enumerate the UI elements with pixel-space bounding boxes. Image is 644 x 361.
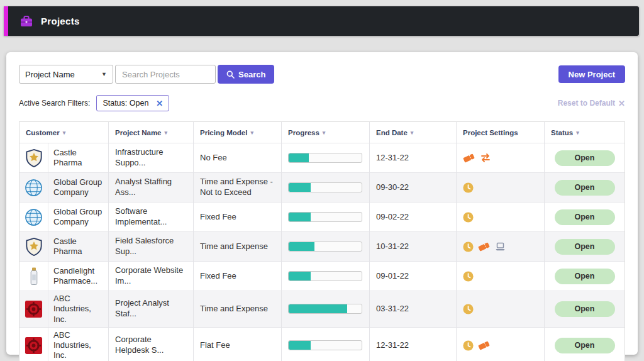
progress-bar-fill bbox=[289, 341, 311, 350]
search-type-dropdown[interactable]: Project Name ▼ bbox=[19, 65, 113, 84]
end-date-cell: 09-02-22 bbox=[370, 203, 457, 231]
column-header-end-date[interactable]: End Date▾ bbox=[370, 122, 457, 143]
chevron-down-icon: ▼ bbox=[101, 71, 107, 77]
column-header-progress[interactable]: Progress▾ bbox=[282, 122, 370, 143]
column-header-project-settings: Project Settings bbox=[457, 122, 545, 143]
pricing-model-cell: No Fee bbox=[194, 143, 282, 172]
progress-bar-fill bbox=[289, 272, 311, 280]
clock-icon[interactable] bbox=[463, 212, 474, 223]
sort-caret-icon: ▾ bbox=[165, 130, 168, 136]
status-badge: Open bbox=[555, 338, 615, 353]
table-body: Castle PharmaInfrastructure Suppo...No F… bbox=[19, 143, 625, 361]
ticket-icon[interactable] bbox=[478, 340, 490, 351]
reset-to-default-link[interactable]: Reset to Default ✕ bbox=[558, 99, 625, 108]
progress-bar-fill bbox=[289, 153, 309, 162]
table-row[interactable]: Castle PharmaInfrastructure Suppo...No F… bbox=[19, 143, 625, 172]
project-settings-cell bbox=[457, 262, 545, 291]
search-input[interactable] bbox=[115, 65, 216, 84]
customer-name: Global Group Company bbox=[48, 175, 108, 201]
app-header: Projects bbox=[4, 6, 639, 36]
progress-bar-fill bbox=[289, 304, 347, 313]
toolbar: Project Name ▼ Search New Project bbox=[19, 65, 625, 84]
swap-arrows-icon[interactable] bbox=[479, 153, 492, 163]
progress-cell bbox=[282, 143, 370, 172]
customer-name: Global Group Company bbox=[48, 204, 108, 230]
status-badge: Open bbox=[555, 269, 615, 284]
column-header-label: Project Name bbox=[115, 129, 162, 136]
table-row[interactable]: Global Group CompanySoftware Implementat… bbox=[19, 202, 625, 231]
column-header-label: Pricing Model bbox=[200, 129, 247, 136]
page-title: Projects bbox=[41, 16, 80, 26]
project-settings-cell bbox=[457, 143, 545, 172]
status-cell: Open bbox=[545, 232, 625, 261]
candlelight-logo bbox=[19, 262, 48, 291]
customer-name: ABC Industries, Inc. bbox=[48, 291, 108, 327]
accent-strip bbox=[4, 6, 8, 36]
column-header-label: Progress bbox=[288, 129, 319, 136]
table-row[interactable]: ABC Industries, Inc.Project Analyst Staf… bbox=[19, 291, 625, 327]
clock-icon[interactable] bbox=[463, 340, 474, 351]
table-row[interactable]: ABC Industries, Inc.Corporate Helpdesk S… bbox=[19, 327, 625, 361]
column-header-status[interactable]: Status▾ bbox=[545, 122, 625, 143]
table-row[interactable]: Global Group CompanyAnalyst Staffing Ass… bbox=[19, 172, 625, 202]
clock-icon[interactable] bbox=[463, 271, 474, 282]
filter-chip-label: Status: Open bbox=[103, 99, 148, 108]
end-date-cell: 03-31-22 bbox=[370, 291, 457, 327]
progress-cell bbox=[282, 262, 370, 291]
progress-cell bbox=[282, 291, 370, 327]
project-settings-cell bbox=[457, 232, 545, 261]
status-badge: Open bbox=[555, 239, 615, 255]
projects-table: Customer▾Project Name▾Pricing Model▾Prog… bbox=[19, 121, 625, 361]
customer-cell: Castle Pharma bbox=[19, 143, 109, 172]
progress-bar bbox=[288, 271, 362, 281]
status-badge: Open bbox=[555, 150, 615, 166]
active-filters-label: Active Search Filters: bbox=[19, 99, 90, 108]
clock-icon[interactable] bbox=[463, 182, 474, 193]
laptop-icon[interactable] bbox=[494, 242, 506, 252]
clock-icon[interactable] bbox=[463, 242, 474, 252]
briefcase-icon bbox=[19, 15, 33, 28]
pricing-model-cell: Flat Fee bbox=[194, 328, 282, 361]
progress-bar bbox=[288, 212, 362, 222]
table-row[interactable]: Candlelight Pharmace...Corporate Website… bbox=[19, 261, 625, 291]
status-cell: Open bbox=[545, 262, 625, 291]
search-button-label: Search bbox=[238, 70, 265, 79]
project-name-cell: Corporate Helpdesk S... bbox=[109, 328, 194, 361]
sort-caret-icon: ▾ bbox=[63, 130, 66, 136]
filter-chip-status-open[interactable]: Status: Open ✕ bbox=[96, 95, 169, 111]
sort-caret-icon: ▾ bbox=[411, 130, 414, 136]
new-project-button[interactable]: New Project bbox=[558, 65, 625, 83]
project-settings-cell bbox=[457, 291, 545, 327]
end-date-cell: 12-31-22 bbox=[370, 328, 457, 361]
progress-bar-fill bbox=[289, 242, 314, 251]
progress-bar bbox=[288, 304, 362, 314]
progress-bar bbox=[288, 153, 362, 163]
close-icon[interactable]: ✕ bbox=[156, 99, 163, 108]
pricing-model-cell: Time and Expense bbox=[194, 291, 282, 327]
column-header-customer[interactable]: Customer▾ bbox=[19, 122, 109, 143]
column-header-project-name[interactable]: Project Name▾ bbox=[109, 122, 194, 143]
castle-pharma-logo bbox=[19, 143, 48, 172]
progress-bar-fill bbox=[289, 183, 311, 192]
project-name-cell: Software Implementat... bbox=[109, 203, 194, 231]
close-icon: ✕ bbox=[618, 99, 625, 108]
pricing-model-cell: Time and Expense bbox=[194, 232, 282, 261]
global-group-logo bbox=[19, 173, 48, 202]
clock-icon[interactable] bbox=[463, 304, 474, 314]
customer-name: Castle Pharma bbox=[48, 145, 108, 171]
search-button[interactable]: Search bbox=[218, 65, 274, 84]
customer-cell: Global Group Company bbox=[19, 173, 109, 202]
column-header-pricing-model[interactable]: Pricing Model▾ bbox=[194, 122, 282, 143]
abc-industries-logo bbox=[19, 328, 48, 361]
customer-name: ABC Industries, Inc. bbox=[48, 328, 108, 361]
customer-cell: ABC Industries, Inc. bbox=[19, 328, 109, 361]
table-row[interactable]: Castle PharmaField Salesforce Sup...Time… bbox=[19, 231, 625, 261]
active-filters-row: Active Search Filters: Status: Open ✕ Re… bbox=[19, 95, 625, 111]
ticket-icon[interactable] bbox=[478, 242, 490, 252]
project-name-cell: Field Salesforce Sup... bbox=[109, 232, 194, 261]
project-settings-cell bbox=[457, 203, 545, 231]
ticket-icon[interactable] bbox=[463, 153, 475, 164]
table-header-row: Customer▾Project Name▾Pricing Model▾Prog… bbox=[19, 122, 625, 143]
column-header-label: Customer bbox=[26, 129, 60, 136]
status-cell: Open bbox=[545, 173, 625, 202]
